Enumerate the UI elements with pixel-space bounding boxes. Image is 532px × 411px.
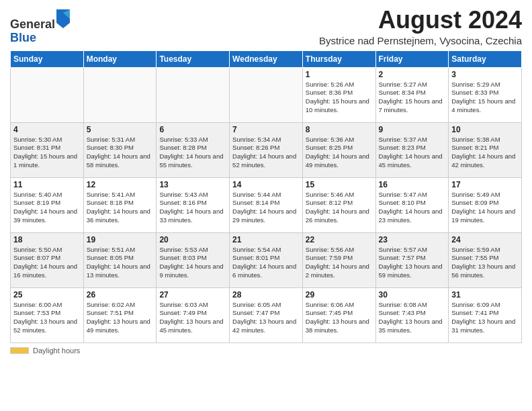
day-number: 22 xyxy=(306,235,373,244)
day-number: 11 xyxy=(13,180,81,189)
day-number: 4 xyxy=(13,125,81,134)
cal-cell-6: 6Sunrise: 5:33 AM Sunset: 8:28 PM Daylig… xyxy=(157,122,230,177)
cell-text: Sunrise: 5:33 AM Sunset: 8:28 PM Dayligh… xyxy=(159,136,226,170)
cal-cell-10: 10Sunrise: 5:38 AM Sunset: 8:21 PM Dayli… xyxy=(449,122,522,177)
day-number: 17 xyxy=(451,180,519,189)
cell-text: Sunrise: 6:02 AM Sunset: 7:51 PM Dayligh… xyxy=(87,301,154,335)
cal-cell-22: 22Sunrise: 5:56 AM Sunset: 7:59 PM Dayli… xyxy=(302,232,375,287)
cell-text: Sunrise: 5:46 AM Sunset: 8:12 PM Dayligh… xyxy=(306,191,373,225)
cal-cell-16: 16Sunrise: 5:47 AM Sunset: 8:10 PM Dayli… xyxy=(375,177,449,232)
cal-cell-12: 12Sunrise: 5:41 AM Sunset: 8:18 PM Dayli… xyxy=(83,177,157,232)
cal-cell-15: 15Sunrise: 5:46 AM Sunset: 8:12 PM Dayli… xyxy=(302,177,375,232)
cell-text: Sunrise: 5:41 AM Sunset: 8:18 PM Dayligh… xyxy=(87,191,154,225)
day-number: 25 xyxy=(13,290,81,300)
week-row-5: 25Sunrise: 6:00 AM Sunset: 7:53 PM Dayli… xyxy=(11,287,522,342)
week-row-4: 18Sunrise: 5:50 AM Sunset: 8:07 PM Dayli… xyxy=(11,232,522,287)
cal-cell-1: 1Sunrise: 5:26 AM Sunset: 8:36 PM Daylig… xyxy=(302,67,375,122)
cell-text: Sunrise: 6:00 AM Sunset: 7:53 PM Dayligh… xyxy=(13,301,81,335)
day-number: 18 xyxy=(13,235,81,244)
day-number: 1 xyxy=(306,70,373,79)
day-number: 10 xyxy=(451,125,519,134)
daylight-bar xyxy=(10,347,29,354)
cell-text: Sunrise: 5:38 AM Sunset: 8:21 PM Dayligh… xyxy=(451,136,519,170)
calendar-table: SundayMondayTuesdayWednesdayThursdayFrid… xyxy=(10,50,522,343)
cal-cell-5: 5Sunrise: 5:31 AM Sunset: 8:30 PM Daylig… xyxy=(83,122,157,177)
subtitle: Bystrice nad Pernstejnem, Vysocina, Czec… xyxy=(319,35,522,46)
cal-cell-19: 19Sunrise: 5:51 AM Sunset: 8:05 PM Dayli… xyxy=(83,232,157,287)
cal-cell-31: 31Sunrise: 6:09 AM Sunset: 7:41 PM Dayli… xyxy=(449,287,522,342)
cell-text: Sunrise: 5:59 AM Sunset: 7:55 PM Dayligh… xyxy=(451,246,519,280)
logo-icon xyxy=(56,9,70,28)
day-number: 20 xyxy=(159,235,226,244)
logo-general: General xyxy=(10,17,55,31)
cal-cell-11: 11Sunrise: 5:40 AM Sunset: 8:19 PM Dayli… xyxy=(11,177,84,232)
cal-cell-24: 24Sunrise: 5:59 AM Sunset: 7:55 PM Dayli… xyxy=(449,232,522,287)
cal-cell-20: 20Sunrise: 5:53 AM Sunset: 8:03 PM Dayli… xyxy=(157,232,230,287)
cal-cell-empty-00 xyxy=(11,67,84,122)
cal-cell-18: 18Sunrise: 5:50 AM Sunset: 8:07 PM Dayli… xyxy=(11,232,84,287)
cal-cell-25: 25Sunrise: 6:00 AM Sunset: 7:53 PM Dayli… xyxy=(11,287,84,342)
day-header-saturday: Saturday xyxy=(449,50,522,67)
cell-text: Sunrise: 5:47 AM Sunset: 8:10 PM Dayligh… xyxy=(379,191,446,225)
cell-text: Sunrise: 5:54 AM Sunset: 8:01 PM Dayligh… xyxy=(232,246,300,280)
cell-text: Sunrise: 5:49 AM Sunset: 8:09 PM Dayligh… xyxy=(451,191,519,225)
cal-cell-23: 23Sunrise: 5:57 AM Sunset: 7:57 PM Dayli… xyxy=(375,232,449,287)
cal-cell-29: 29Sunrise: 6:06 AM Sunset: 7:45 PM Dayli… xyxy=(302,287,375,342)
cal-cell-9: 9Sunrise: 5:37 AM Sunset: 8:23 PM Daylig… xyxy=(375,122,449,177)
cell-text: Sunrise: 5:29 AM Sunset: 8:33 PM Dayligh… xyxy=(451,81,519,115)
day-number: 19 xyxy=(87,235,154,244)
cell-text: Sunrise: 6:08 AM Sunset: 7:43 PM Dayligh… xyxy=(379,301,446,335)
day-number: 13 xyxy=(159,180,226,189)
day-number: 8 xyxy=(306,125,373,134)
cal-cell-30: 30Sunrise: 6:08 AM Sunset: 7:43 PM Dayli… xyxy=(375,287,449,342)
cell-text: Sunrise: 5:30 AM Sunset: 8:31 PM Dayligh… xyxy=(13,136,81,170)
cal-cell-21: 21Sunrise: 5:54 AM Sunset: 8:01 PM Dayli… xyxy=(230,232,303,287)
day-header-friday: Friday xyxy=(375,50,449,67)
logo: General Blue xyxy=(10,9,70,45)
cal-cell-17: 17Sunrise: 5:49 AM Sunset: 8:09 PM Dayli… xyxy=(449,177,522,232)
day-number: 21 xyxy=(232,235,300,244)
day-number: 7 xyxy=(232,125,300,134)
cal-cell-8: 8Sunrise: 5:36 AM Sunset: 8:25 PM Daylig… xyxy=(302,122,375,177)
day-number: 23 xyxy=(379,235,446,244)
week-row-2: 4Sunrise: 5:30 AM Sunset: 8:31 PM Daylig… xyxy=(11,122,522,177)
cell-text: Sunrise: 5:57 AM Sunset: 7:57 PM Dayligh… xyxy=(379,246,446,280)
cal-cell-4: 4Sunrise: 5:30 AM Sunset: 8:31 PM Daylig… xyxy=(11,122,84,177)
title-block: August 2024 Bystrice nad Pernstejnem, Vy… xyxy=(319,7,522,46)
day-number: 9 xyxy=(379,125,446,134)
day-number: 30 xyxy=(379,290,446,300)
cal-cell-empty-01 xyxy=(83,67,157,122)
page-header: General Blue August 2024 Bystrice nad Pe… xyxy=(10,7,522,46)
day-number: 24 xyxy=(451,235,519,244)
cell-text: Sunrise: 5:50 AM Sunset: 8:07 PM Dayligh… xyxy=(13,246,81,280)
day-header-monday: Monday xyxy=(83,50,157,67)
week-row-3: 11Sunrise: 5:40 AM Sunset: 8:19 PM Dayli… xyxy=(11,177,522,232)
cell-text: Sunrise: 5:53 AM Sunset: 8:03 PM Dayligh… xyxy=(159,246,226,280)
cell-text: Sunrise: 6:03 AM Sunset: 7:49 PM Dayligh… xyxy=(159,301,226,335)
footer-label: Daylight hours xyxy=(33,347,80,355)
cal-cell-13: 13Sunrise: 5:43 AM Sunset: 8:16 PM Dayli… xyxy=(157,177,230,232)
day-header-sunday: Sunday xyxy=(11,50,84,67)
cell-text: Sunrise: 5:26 AM Sunset: 8:36 PM Dayligh… xyxy=(306,81,373,115)
cell-text: Sunrise: 5:40 AM Sunset: 8:19 PM Dayligh… xyxy=(13,191,81,225)
day-number: 15 xyxy=(306,180,373,189)
cal-cell-empty-02 xyxy=(157,67,230,122)
day-number: 28 xyxy=(232,290,300,300)
cell-text: Sunrise: 5:34 AM Sunset: 8:26 PM Dayligh… xyxy=(232,136,300,170)
week-row-1: 1Sunrise: 5:26 AM Sunset: 8:36 PM Daylig… xyxy=(11,67,522,122)
day-header-row: SundayMondayTuesdayWednesdayThursdayFrid… xyxy=(11,50,522,67)
cell-text: Sunrise: 5:36 AM Sunset: 8:25 PM Dayligh… xyxy=(306,136,373,170)
cal-cell-7: 7Sunrise: 5:34 AM Sunset: 8:26 PM Daylig… xyxy=(230,122,303,177)
cell-text: Sunrise: 5:43 AM Sunset: 8:16 PM Dayligh… xyxy=(159,191,226,225)
cal-cell-28: 28Sunrise: 6:05 AM Sunset: 7:47 PM Dayli… xyxy=(230,287,303,342)
cal-cell-14: 14Sunrise: 5:44 AM Sunset: 8:14 PM Dayli… xyxy=(230,177,303,232)
day-header-wednesday: Wednesday xyxy=(230,50,303,67)
cell-text: Sunrise: 5:51 AM Sunset: 8:05 PM Dayligh… xyxy=(87,246,154,280)
cell-text: Sunrise: 5:44 AM Sunset: 8:14 PM Dayligh… xyxy=(232,191,300,225)
cell-text: Sunrise: 5:27 AM Sunset: 8:34 PM Dayligh… xyxy=(379,81,446,115)
cal-cell-26: 26Sunrise: 6:02 AM Sunset: 7:51 PM Dayli… xyxy=(83,287,157,342)
cal-cell-3: 3Sunrise: 5:29 AM Sunset: 8:33 PM Daylig… xyxy=(449,67,522,122)
logo-blue: Blue xyxy=(10,31,36,44)
cell-text: Sunrise: 6:09 AM Sunset: 7:41 PM Dayligh… xyxy=(451,301,519,335)
day-number: 29 xyxy=(306,290,373,300)
